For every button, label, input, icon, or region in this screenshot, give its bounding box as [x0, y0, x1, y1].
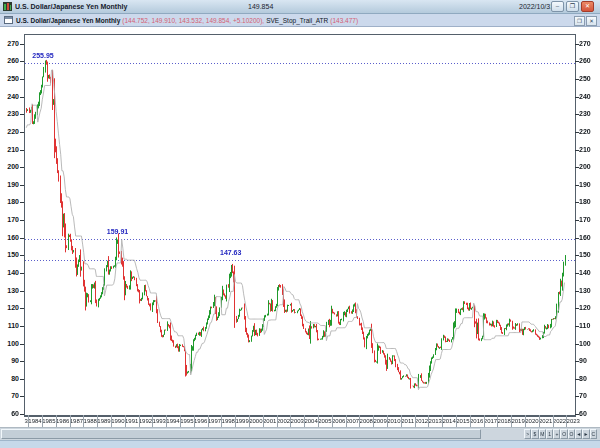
y-axis-tick	[575, 238, 579, 239]
window-titlebar: U.S. Dollar/Japanese Yen Monthly 149.854…	[0, 0, 600, 14]
y-axis-tick	[20, 79, 24, 80]
chart-window-icon	[4, 16, 13, 24]
y-axis-label: 100	[579, 340, 591, 348]
x-axis-divider	[442, 415, 443, 427]
y-axis-label: 210	[1, 146, 19, 154]
y-axis-tick	[20, 114, 24, 115]
mode-c-icon[interactable]: C	[590, 429, 597, 439]
y-axis-tick	[20, 202, 24, 203]
x-axis-divider	[497, 415, 498, 427]
x-axis-divider	[139, 415, 140, 427]
y-axis-label: 260	[579, 57, 591, 65]
y-axis-tick	[575, 308, 579, 309]
y-axis-label: 140	[579, 269, 591, 277]
x-axis-divider	[221, 415, 222, 427]
x-axis-divider	[152, 415, 153, 427]
date-readout: 2022/10/31	[519, 3, 554, 10]
price-annotation: 159.91	[107, 227, 128, 236]
dollar-scale-icon[interactable]: $	[531, 429, 538, 439]
y-axis-label: 180	[579, 198, 591, 206]
close-button[interactable]: ✕	[581, 1, 594, 12]
y-axis-label: 120	[579, 304, 591, 312]
y-axis-label: 100	[1, 340, 19, 348]
last-price-readout: 149.854	[248, 3, 273, 10]
scrollbar-thumb[interactable]	[1, 429, 481, 439]
chart-window-title: U.S. Dollar/Japanese Yen Monthly	[16, 17, 120, 24]
y-axis-tick	[575, 291, 579, 292]
y-axis-label: 230	[1, 110, 19, 118]
y-axis-label: 270	[1, 40, 19, 48]
x-axis-divider	[70, 415, 71, 427]
y-axis-tick	[575, 344, 579, 345]
y-axis-label: 160	[579, 234, 591, 242]
zoom-reset-icon[interactable]: O	[568, 429, 575, 439]
x-axis-divider	[304, 415, 305, 427]
zoom-out-icon[interactable]: O	[560, 429, 567, 439]
x-axis-divider	[83, 415, 84, 427]
x-axis-divider	[318, 415, 319, 427]
y-axis-tick	[575, 255, 579, 256]
y-axis-tick	[575, 220, 579, 221]
chart-restore-button[interactable]: ❐	[574, 16, 585, 26]
pan-right-icon[interactable]: ►	[582, 429, 589, 439]
mode-1-icon[interactable]: 1	[546, 429, 553, 439]
chart-window-titlebar: U.S. Dollar/Japanese Yen Monthly (144.75…	[0, 14, 600, 27]
y-axis-tick	[20, 344, 24, 345]
indicator-value: (143.477)	[330, 17, 358, 24]
chart-close-button[interactable]: ✕	[586, 16, 597, 26]
y-axis-label: 90	[1, 357, 19, 365]
x-axis-divider	[525, 415, 526, 427]
y-axis-label: 150	[1, 251, 19, 259]
minimize-button[interactable]: –	[551, 1, 564, 12]
app-chart-icon	[3, 2, 12, 11]
horizontal-scrollbar[interactable]: >$M1+OO◄►C	[0, 427, 600, 440]
scroll-right-icon[interactable]: >	[524, 429, 531, 439]
maximize-button[interactable]: ❐	[566, 1, 579, 12]
y-axis-tick	[575, 361, 579, 362]
x-axis-divider	[42, 415, 43, 427]
y-axis-tick	[20, 167, 24, 168]
y-axis-label: 160	[1, 234, 19, 242]
x-axis-divider	[470, 415, 471, 427]
y-axis-label: 130	[579, 287, 591, 295]
y-axis-tick	[575, 273, 579, 274]
y-axis-label: 70	[579, 392, 587, 400]
y-axis-label: 170	[1, 216, 19, 224]
indicator-name: SVE_Stop_Trail_ATR	[266, 17, 328, 24]
y-axis-tick	[20, 291, 24, 292]
mode-m-icon[interactable]: M	[539, 429, 546, 439]
price-chart-canvas[interactable]	[24, 34, 576, 417]
y-axis-tick	[575, 44, 579, 45]
y-axis-label: 250	[1, 75, 19, 83]
y-axis-label: 90	[579, 357, 587, 365]
y-axis-tick	[575, 61, 579, 62]
x-axis-divider	[415, 415, 416, 427]
y-axis-tick	[575, 379, 579, 380]
status-bar	[0, 440, 600, 448]
x-axis-divider	[511, 415, 512, 427]
x-axis-divider	[277, 415, 278, 427]
y-axis-tick	[575, 97, 579, 98]
y-axis-label: 140	[1, 269, 19, 277]
y-axis-tick	[20, 238, 24, 239]
zoom-in-icon[interactable]: +	[553, 429, 560, 439]
x-axis-divider	[553, 415, 554, 427]
y-axis-tick	[20, 255, 24, 256]
y-axis-label: 190	[579, 181, 591, 189]
y-axis-tick	[20, 97, 24, 98]
y-axis-tick	[20, 361, 24, 362]
y-axis-tick	[20, 326, 24, 327]
x-axis-divider	[428, 415, 429, 427]
x-axis-divider	[208, 415, 209, 427]
y-axis-tick	[20, 379, 24, 380]
x-axis-divider	[373, 415, 374, 427]
x-axis-divider	[235, 415, 236, 427]
y-axis-label: 200	[579, 163, 591, 171]
y-axis-label: 240	[579, 93, 591, 101]
y-axis-label: 80	[579, 375, 587, 383]
pan-left-icon[interactable]: ◄	[575, 429, 582, 439]
y-axis-tick	[575, 79, 579, 80]
y-axis-tick	[575, 396, 579, 397]
ohlc-readout: (144.752, 149.910, 143.532, 149.854, +5.…	[122, 17, 264, 24]
y-axis-label: 120	[1, 304, 19, 312]
